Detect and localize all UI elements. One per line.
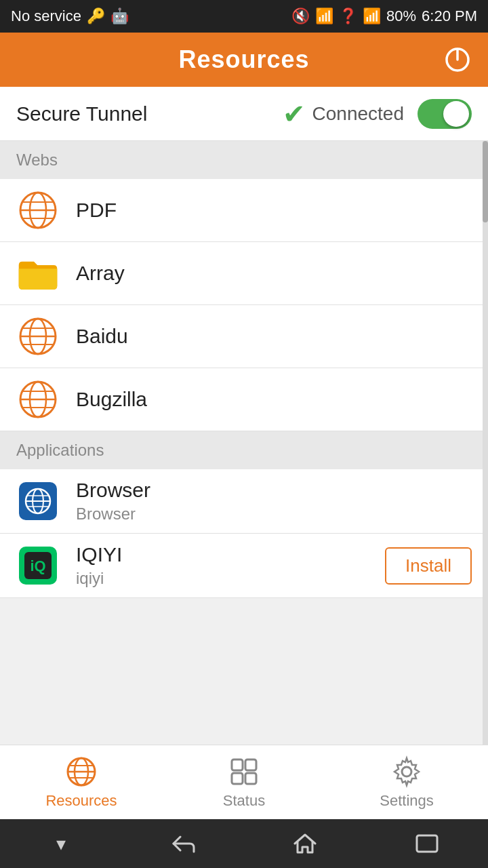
iqiyi-app-icon: iQ	[16, 544, 60, 587]
pdf-icon	[16, 189, 60, 232]
pdf-text: PDF	[76, 199, 472, 222]
nav-item-status[interactable]: Status	[163, 749, 325, 816]
svg-rect-33	[232, 773, 243, 784]
svg-text:iQ: iQ	[30, 557, 45, 574]
browser-text: Browser Browser	[76, 479, 472, 524]
pdf-title: PDF	[76, 199, 472, 222]
android-recents-btn[interactable]	[400, 823, 454, 864]
secure-tunnel-row: Secure Tunnel ✔ Connected	[0, 87, 488, 141]
android-dropdown-btn[interactable]: ▾	[34, 823, 88, 864]
connected-checkmark: ✔	[283, 98, 306, 130]
list-item-browser[interactable]: Browser Browser	[0, 469, 488, 534]
iqiyi-subtitle: iqiyi	[76, 569, 385, 588]
svg-rect-32	[245, 760, 256, 770]
bottom-nav: Resources Status Settings	[0, 745, 488, 819]
nav-label-settings: Settings	[380, 792, 434, 810]
list-item-pdf[interactable]: PDF	[0, 179, 488, 242]
install-button[interactable]: Install	[385, 547, 472, 585]
nav-label-resources: Resources	[45, 792, 117, 810]
svg-point-35	[402, 767, 411, 776]
nav-label-status: Status	[223, 792, 265, 810]
list-item-bugzilla[interactable]: Bugzilla	[0, 368, 488, 431]
iqiyi-text: IQIYI iqiyi	[76, 543, 385, 588]
baidu-title: Baidu	[76, 325, 472, 348]
wifi-icon: 📶	[315, 7, 333, 25]
browser-subtitle: Browser	[76, 505, 472, 524]
list-item-baidu[interactable]: Baidu	[0, 305, 488, 368]
array-text: Array	[76, 262, 472, 285]
android-back-btn[interactable]	[156, 823, 210, 864]
array-icon	[16, 252, 60, 295]
nav-item-settings[interactable]: Settings	[325, 749, 488, 816]
scrollbar[interactable]	[483, 141, 488, 745]
status-bar-right: 🔇 📶 ❓ 📶 80% 6:20 PM	[291, 7, 477, 25]
page-title: Resources	[178, 45, 309, 74]
app-header: Resources	[0, 33, 488, 87]
bugzilla-title: Bugzilla	[76, 388, 472, 411]
toggle-knob	[443, 101, 469, 127]
svg-rect-31	[232, 760, 243, 770]
iqiyi-title: IQIYI	[76, 543, 385, 566]
browser-title: Browser	[76, 479, 472, 502]
array-title: Array	[76, 262, 472, 285]
section-header-applications: Applications	[0, 431, 488, 469]
status-bar: No service 🔑 🤖 🔇 📶 ❓ 📶 80% 6:20 PM	[0, 0, 488, 33]
bugzilla-text: Bugzilla	[76, 388, 472, 411]
power-button[interactable]	[441, 43, 474, 77]
svg-rect-34	[245, 773, 256, 784]
android-home-btn[interactable]	[278, 823, 332, 864]
help-icon: ❓	[339, 7, 357, 25]
scrollbar-thumb	[483, 141, 488, 222]
battery-text: 80%	[386, 7, 416, 25]
browser-app-icon	[16, 479, 60, 523]
svg-rect-36	[417, 835, 437, 852]
android-nav-bar: ▾	[0, 819, 488, 868]
list-item-array[interactable]: Array	[0, 242, 488, 305]
baidu-icon	[16, 315, 60, 358]
status-bar-left: No service 🔑 🤖	[11, 7, 129, 25]
carrier-text: No service	[11, 7, 81, 25]
list-item-iqiyi[interactable]: iQ IQIYI iqiyi Install	[0, 534, 488, 598]
secure-tunnel-label: Secure Tunnel	[16, 102, 283, 125]
mute-icon: 🔇	[291, 7, 310, 25]
baidu-text: Baidu	[76, 325, 472, 348]
section-header-webs: Webs	[0, 141, 488, 179]
nav-item-resources[interactable]: Resources	[0, 749, 163, 816]
time-text: 6:20 PM	[422, 7, 477, 25]
content-area: Webs PDF Array	[0, 141, 488, 745]
connected-status: Connected	[312, 103, 404, 125]
key-icon: 🔑	[87, 7, 105, 25]
robot-icon: 🤖	[110, 7, 129, 25]
bugzilla-icon	[16, 378, 60, 421]
tunnel-toggle[interactable]	[418, 99, 472, 129]
signal-icon: 📶	[363, 7, 381, 25]
